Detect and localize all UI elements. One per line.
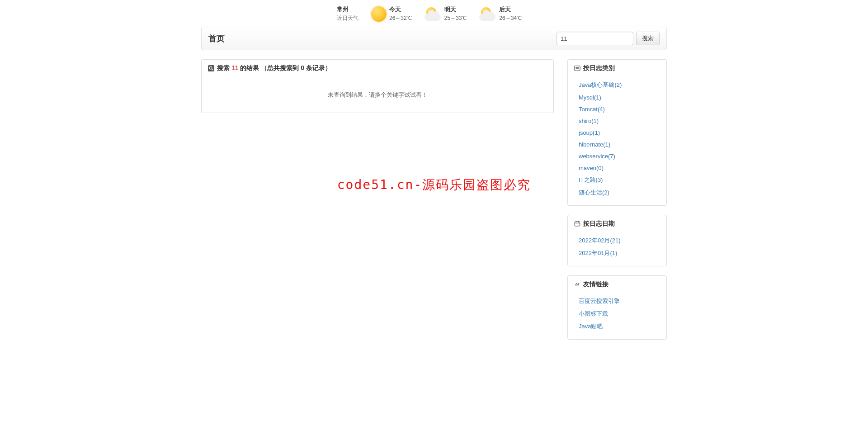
category-link[interactable]: IT之路(3) (579, 176, 603, 183)
search-icon (208, 65, 214, 71)
page-title: 首页 (208, 33, 225, 44)
svg-rect-3 (575, 66, 580, 71)
results-term: 11 (231, 64, 239, 71)
calendar-icon (574, 221, 580, 227)
results-suffix: 的结果 (238, 64, 259, 71)
list-item: webservice(7) (568, 150, 666, 162)
list-icon (574, 65, 580, 71)
sidebar-links-title: 友情链接 (583, 280, 609, 289)
weather-day-temp: 26～34℃ (499, 14, 522, 22)
weather-day-temp: 25～33℃ (444, 14, 467, 22)
list-item: IT之路(3) (568, 174, 666, 186)
sun-cloud-icon (479, 7, 496, 21)
list-item: hibernate(1) (568, 138, 666, 150)
list-item: 随心生活(2) (568, 186, 666, 199)
category-link[interactable]: jsoup(1) (579, 129, 600, 136)
date-link[interactable]: 2022年02月(21) (579, 237, 621, 244)
sidebar-links: 友情链接 百度云搜索引擎 小图标下载 Java贴吧 (567, 275, 667, 340)
weather-city-name: 常州 (337, 5, 359, 14)
category-list: Java核心基础(2) Mysql(1) Tomcat(4) shiro(1) … (568, 77, 666, 205)
sun-cloud-icon (425, 7, 442, 21)
sidebar-dates-head: 按日志日期 (568, 215, 666, 232)
search-group: 搜索 (557, 32, 660, 45)
friend-link[interactable]: Java贴吧 (579, 323, 603, 330)
list-item: Mysql(1) (568, 91, 666, 103)
list-item: Tomcat(4) (568, 103, 666, 115)
svg-rect-0 (208, 65, 214, 71)
category-link[interactable]: Tomcat(4) (579, 106, 605, 113)
date-list: 2022年02月(21) 2022年01月(1) (568, 232, 666, 266)
list-item: shiro(1) (568, 115, 666, 127)
category-link[interactable]: webservice(7) (579, 153, 615, 160)
weather-day-label: 今天 (389, 5, 412, 14)
category-link[interactable]: hibernate(1) (579, 141, 610, 148)
sidebar-categories-title: 按日志类别 (583, 64, 615, 72)
sidebar-dates: 按日志日期 2022年02月(21) 2022年01月(1) (567, 215, 667, 266)
weather-city: 常州 近日天气 (337, 5, 359, 22)
search-results-title: 搜索 11 的结果 （总共搜索到 0 条记录） (202, 60, 553, 77)
list-item: 百度云搜索引擎 (568, 295, 666, 308)
weather-day-label: 后天 (499, 5, 522, 14)
search-results-panel: 搜索 11 的结果 （总共搜索到 0 条记录） 未查询到结果，请换个关键字试试看… (201, 59, 554, 113)
weather-day-dayafter: 后天 26～34℃ (479, 5, 522, 22)
sidebar-dates-title: 按日志日期 (583, 220, 615, 228)
category-link[interactable]: Mysql(1) (579, 94, 601, 101)
weather-day-label: 明天 (444, 5, 467, 14)
weather-day-today: 今天 26～32℃ (371, 5, 412, 22)
category-link[interactable]: Java核心基础(2) (579, 81, 622, 88)
sidebar-categories: 按日志类别 Java核心基础(2) Mysql(1) Tomcat(4) shi… (567, 59, 667, 206)
category-link[interactable]: shiro(1) (579, 118, 599, 124)
category-link[interactable]: maven(0) (579, 165, 604, 171)
results-count: （总共搜索到 0 条记录） (261, 64, 331, 71)
list-item: Java贴吧 (568, 320, 666, 333)
page-header: 首页 搜索 (201, 27, 667, 50)
weather-subtitle: 近日天气 (337, 14, 359, 22)
list-item: jsoup(1) (568, 127, 666, 138)
sidebar-categories-head: 按日志类别 (568, 60, 666, 77)
link-icon (574, 281, 580, 288)
search-button[interactable]: 搜索 (636, 32, 660, 45)
list-item: 2022年01月(1) (568, 247, 666, 260)
list-item: maven(0) (568, 162, 666, 174)
svg-rect-6 (575, 222, 580, 226)
list-item: 小图标下载 (568, 308, 666, 320)
results-empty: 未查询到结果，请换个关键字试试看！ (202, 77, 553, 113)
friend-link[interactable]: 百度云搜索引擎 (579, 298, 620, 304)
friend-link[interactable]: 小图标下载 (579, 310, 608, 317)
date-link[interactable]: 2022年01月(1) (579, 250, 617, 256)
list-item: Java核心基础(2) (568, 79, 666, 91)
link-list: 百度云搜索引擎 小图标下载 Java贴吧 (568, 293, 666, 339)
sun-icon (371, 6, 387, 22)
weather-bar: 常州 近日天气 今天 26～32℃ 明天 25～33℃ 后天 26～34℃ (337, 0, 667, 27)
list-item: 2022年02月(21) (568, 234, 666, 247)
weather-day-temp: 26～32℃ (389, 14, 412, 22)
sidebar-links-head: 友情链接 (568, 276, 666, 293)
weather-day-tomorrow: 明天 25～33℃ (425, 5, 467, 22)
search-input[interactable] (557, 32, 633, 45)
results-prefix: 搜索 (217, 64, 231, 71)
category-link[interactable]: 随心生活(2) (579, 189, 609, 196)
